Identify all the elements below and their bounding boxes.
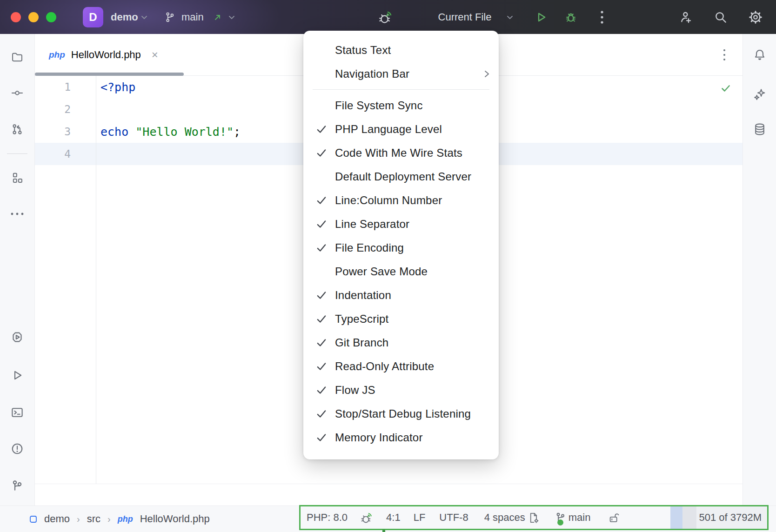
- menu-item-line-column-number[interactable]: Line:Column Number: [303, 188, 499, 212]
- project-name-button[interactable]: demo: [111, 0, 138, 34]
- debug-listener-widget-icon[interactable]: [360, 511, 374, 525]
- line-separator-widget[interactable]: LF: [414, 512, 426, 524]
- structure-icon[interactable]: [11, 171, 24, 184]
- semicolon: ;: [234, 125, 241, 139]
- notifications-bell-icon[interactable]: [753, 48, 767, 62]
- push-arrow-icon: [213, 13, 222, 22]
- menu-item-default-deployment-server[interactable]: Default Deployment Server: [303, 165, 499, 188]
- more-options-kebab-icon[interactable]: [600, 9, 604, 25]
- php-file-icon: php: [118, 514, 133, 524]
- status-bar-widgets-menu: Status Text Navigation Bar File System S…: [303, 31, 499, 459]
- git-branch-widget-label: main: [569, 512, 591, 524]
- checkmark-icon: [315, 123, 328, 135]
- tab-helloworld-php[interactable]: php HelloWorld.php ×: [35, 34, 171, 75]
- read-only-unlock-icon[interactable]: [608, 512, 620, 524]
- module-icon: [29, 515, 37, 523]
- menu-item-indentation[interactable]: Indentation: [303, 283, 499, 307]
- debug-listener-icon[interactable]: [378, 9, 394, 25]
- checkmark-icon: [315, 194, 328, 206]
- line-number: 1: [35, 81, 96, 93]
- services-icon[interactable]: [10, 330, 24, 344]
- ai-assistant-sparkles-icon[interactable]: [753, 87, 767, 101]
- version-control-icon[interactable]: [10, 479, 24, 493]
- chevron-down-icon[interactable]: [227, 13, 236, 22]
- line-number: 2: [35, 103, 96, 115]
- statusbar-highlight-notch: [382, 530, 385, 532]
- menu-item-git-branch[interactable]: Git Branch: [303, 331, 499, 354]
- menu-item-stop-start-debug-listening[interactable]: Stop/Start Debug Listening: [303, 402, 499, 426]
- tab-close-icon[interactable]: ×: [152, 49, 158, 60]
- more-tool-windows-icon[interactable]: [10, 212, 24, 216]
- settings-gear-icon[interactable]: [748, 10, 763, 25]
- run-configuration-selector[interactable]: Current File: [432, 0, 497, 34]
- database-icon[interactable]: [753, 122, 767, 136]
- indent-widget[interactable]: 4 spaces: [484, 512, 525, 524]
- window-minimize-button[interactable]: [28, 12, 39, 22]
- right-tool-strip: [743, 34, 776, 505]
- tab-title: HelloWorld.php: [71, 49, 141, 61]
- search-icon[interactable]: [713, 10, 728, 25]
- strip-divider: [7, 153, 27, 154]
- run-configuration-label: Current File: [438, 11, 492, 23]
- commit-icon[interactable]: [11, 86, 24, 100]
- menu-item-code-with-me-wire-stats[interactable]: Code With Me Wire Stats: [303, 141, 499, 165]
- echo-keyword: echo: [100, 125, 128, 139]
- submenu-chevron-right-icon: [483, 69, 490, 79]
- branch-status-dot: [557, 519, 563, 525]
- menu-item-read-only-attribute[interactable]: Read-Only Attribute: [303, 354, 499, 378]
- breadcrumb-folder[interactable]: src: [87, 513, 100, 525]
- terminal-icon[interactable]: [10, 406, 24, 419]
- pull-requests-icon[interactable]: [11, 123, 24, 136]
- menu-item-line-separator[interactable]: Line Separator: [303, 212, 499, 236]
- editor-bottom-separator: [35, 484, 743, 484]
- menu-item-typescript[interactable]: TypeScript: [303, 307, 499, 331]
- checkmark-icon: [315, 242, 328, 254]
- project-folder-icon[interactable]: [11, 51, 24, 64]
- menu-item-status-text[interactable]: Status Text: [303, 38, 499, 62]
- menu-item-file-system-sync[interactable]: File System Sync: [303, 93, 499, 117]
- caret-position-widget[interactable]: 4:1: [386, 512, 401, 524]
- debug-button[interactable]: [564, 10, 578, 24]
- gutter-separator: [96, 76, 96, 484]
- encoding-widget[interactable]: UTF-8: [439, 512, 468, 524]
- breadcrumb-project[interactable]: demo: [44, 513, 70, 525]
- checkmark-icon: [315, 432, 328, 444]
- menu-item-file-encoding[interactable]: File Encoding: [303, 236, 499, 259]
- checkmark-icon: [315, 408, 328, 420]
- menu-item-navigation-bar[interactable]: Navigation Bar: [303, 62, 499, 86]
- run-button[interactable]: [534, 10, 548, 24]
- run-tool-icon[interactable]: [10, 368, 24, 382]
- menu-item-flow-js[interactable]: Flow JS: [303, 378, 499, 402]
- menu-item-power-save-mode[interactable]: Power Save Mode: [303, 259, 499, 283]
- phpstorm-window: D demo main: [0, 0, 776, 532]
- git-branch-widget[interactable]: main: [554, 512, 591, 524]
- window-zoom-button[interactable]: [46, 12, 56, 22]
- chevron-down-icon[interactable]: [505, 13, 515, 22]
- php-open-tag: <?php: [100, 80, 135, 94]
- menu-item-memory-indicator[interactable]: Memory Indicator: [303, 426, 499, 449]
- php-file-icon: php: [49, 50, 65, 60]
- inspections-ok-check-icon[interactable]: [720, 83, 731, 94]
- code-with-me-add-user-icon[interactable]: [678, 10, 693, 25]
- breadcrumb-file[interactable]: HelloWorld.php: [140, 513, 210, 525]
- project-avatar-letter: D: [89, 11, 97, 24]
- statusbar-widgets-highlight: PHP: 8.0 4:1 LF UTF-8 4 spaces: [299, 505, 769, 530]
- checkmark-icon: [315, 313, 328, 325]
- tab-options-kebab-icon[interactable]: [723, 48, 726, 61]
- status-bar: demo › src › php HelloWorld.php PHP: 8.0: [0, 505, 776, 532]
- checkmark-icon: [315, 384, 328, 396]
- title-bar: D demo main: [0, 0, 776, 34]
- memory-indicator-label: 501 of 3792M: [699, 512, 762, 524]
- checkmark-icon: [315, 360, 328, 372]
- project-avatar[interactable]: D: [83, 7, 103, 27]
- memory-indicator-widget[interactable]: 501 of 3792M: [670, 506, 767, 529]
- php-version-widget[interactable]: PHP: 8.0: [307, 512, 348, 524]
- menu-item-php-language-level[interactable]: PHP Language Level: [303, 117, 499, 141]
- window-close-button[interactable]: [11, 12, 21, 22]
- active-tab-indicator: [35, 73, 184, 76]
- chevron-down-icon[interactable]: [140, 13, 149, 22]
- checkmark-icon: [315, 337, 328, 349]
- git-branch-button[interactable]: main: [181, 0, 204, 34]
- problems-icon[interactable]: [10, 442, 24, 456]
- indent-config-file-icon[interactable]: [528, 512, 540, 524]
